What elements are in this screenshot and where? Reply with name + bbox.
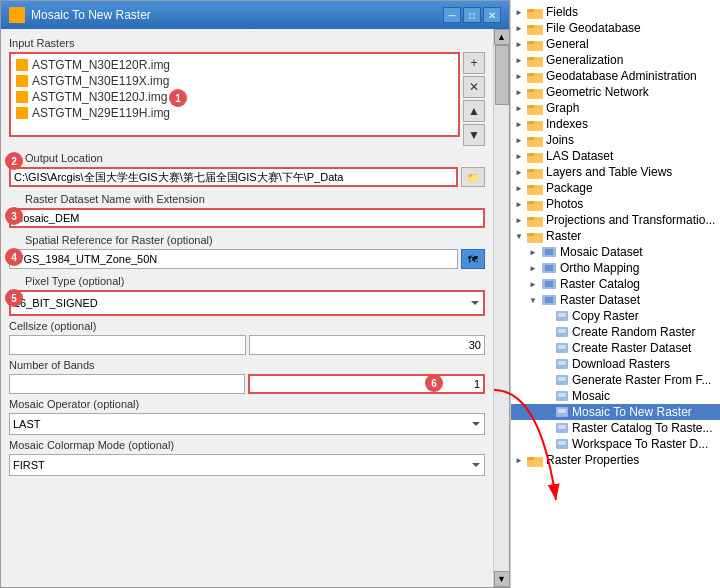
- tree-folder-icon: [541, 261, 557, 275]
- tree-item[interactable]: ▼ Raster: [511, 228, 720, 244]
- add-raster-button[interactable]: +: [463, 52, 485, 74]
- tree-folder-icon: [527, 134, 543, 147]
- svg-rect-6: [527, 41, 534, 44]
- svg-rect-4: [527, 25, 534, 28]
- tree-item[interactable]: ► Raster Properties: [511, 452, 720, 468]
- output-location-label: Output Location: [25, 152, 485, 164]
- tree-label: Graph: [546, 101, 579, 115]
- tree-item[interactable]: ► Raster Catalog: [511, 276, 720, 292]
- tree-item[interactable]: ► Ortho Mapping: [511, 260, 720, 276]
- num-bands-input[interactable]: [9, 374, 245, 394]
- tree-item[interactable]: ► Geodatabase Administration: [511, 68, 720, 84]
- tree-label: Raster Dataset: [560, 293, 640, 307]
- tree-folder-icon: [555, 437, 569, 451]
- tree-folder-icon: [527, 182, 543, 195]
- tree-item[interactable]: ► Geometric Network: [511, 84, 720, 100]
- raster-name-group: 3 Raster Dataset Name with Extension: [9, 193, 485, 228]
- tree-folder-icon: [527, 54, 543, 67]
- expand-icon: ►: [515, 56, 527, 65]
- tree-folder-icon: [555, 341, 569, 355]
- tree-label: Generate Raster From F...: [572, 373, 711, 387]
- maximize-button[interactable]: □: [463, 7, 481, 23]
- tree-item[interactable]: ► Package: [511, 180, 720, 196]
- tree-item[interactable]: ► Fields: [511, 4, 720, 20]
- pixel-type-select[interactable]: 16_BIT_SIGNED 8_BIT_UNSIGNED 16_BIT_UNSI…: [11, 292, 483, 314]
- svg-rect-14: [527, 105, 534, 108]
- tree-label: Generalization: [546, 53, 623, 67]
- tree-item[interactable]: ► Generalization: [511, 52, 720, 68]
- tree-item[interactable]: Mosaic To New Raster: [511, 404, 720, 420]
- raster-dataset-input[interactable]: [9, 208, 485, 228]
- num-bands-label: Number of Bands: [9, 359, 485, 371]
- tree-folder-icon: [555, 421, 569, 435]
- tree-item[interactable]: Create Random Raster: [511, 324, 720, 340]
- raster-list: ASTGTM_N30E120R.img ASTGTM_N30E119X.img …: [9, 52, 460, 137]
- close-button[interactable]: ✕: [483, 7, 501, 23]
- output-browse-button[interactable]: 📁: [461, 167, 485, 187]
- expand-icon: ►: [529, 264, 541, 273]
- expand-icon: ▼: [529, 296, 541, 305]
- tree-item[interactable]: Download Rasters: [511, 356, 720, 372]
- tree-item[interactable]: ► Graph: [511, 100, 720, 116]
- tree-item[interactable]: ► Indexes: [511, 116, 720, 132]
- cellsize-label: Cellsize (optional): [9, 320, 485, 332]
- cellsize-input[interactable]: [9, 335, 246, 355]
- tree-item[interactable]: Mosaic: [511, 388, 720, 404]
- svg-rect-26: [527, 201, 534, 204]
- cellsize-group: Cellsize (optional): [9, 320, 485, 355]
- list-item: ASTGTM_N30E120J.img: [14, 89, 455, 105]
- tree-item[interactable]: Create Raster Dataset: [511, 340, 720, 356]
- spatial-ref-browse-button[interactable]: 🗺: [461, 249, 485, 269]
- pixel-type-group: 5 Pixel Type (optional) 16_BIT_SIGNED 8_…: [9, 275, 485, 316]
- tree-item[interactable]: ► Photos: [511, 196, 720, 212]
- num-bands-row: [9, 374, 485, 394]
- tree-folder-icon: [541, 293, 557, 307]
- input-rasters-label: Input Rasters: [9, 37, 485, 49]
- scroll-thumb[interactable]: [495, 45, 509, 105]
- tree-item[interactable]: ► Mosaic Dataset: [511, 244, 720, 260]
- dialog-scrollbar[interactable]: ▲ ▼: [493, 29, 509, 587]
- mosaic-operator-select[interactable]: LAST FIRST BLEND MEAN: [9, 413, 485, 435]
- expand-icon: ►: [515, 72, 527, 81]
- tree-folder-icon: [527, 198, 543, 211]
- raster-name-4: ASTGTM_N29E119H.img: [32, 106, 170, 120]
- mosaic-colormap-select[interactable]: FIRST LAST MATCH REJECT: [9, 454, 485, 476]
- scroll-up-button[interactable]: ▲: [494, 29, 510, 45]
- tree-item[interactable]: Copy Raster: [511, 308, 720, 324]
- move-up-button[interactable]: ▲: [463, 100, 485, 122]
- tree-label: Geometric Network: [546, 85, 649, 99]
- tree-item[interactable]: Workspace To Raster D...: [511, 436, 720, 452]
- output-location-input[interactable]: [9, 167, 458, 187]
- tree-item[interactable]: ► Layers and Table Views: [511, 164, 720, 180]
- tree-item[interactable]: ▼ Raster Dataset: [511, 292, 720, 308]
- tree-item[interactable]: ► Projections and Transformatio...: [511, 212, 720, 228]
- spatial-ref-input[interactable]: [9, 249, 458, 269]
- tree-label: Projections and Transformatio...: [546, 213, 715, 227]
- svg-rect-12: [527, 89, 534, 92]
- tree-label: Copy Raster: [572, 309, 639, 323]
- tree-item[interactable]: ► File Geodatabase: [511, 20, 720, 36]
- tree-folder-icon: [555, 389, 569, 403]
- output-location-row: 📁: [9, 167, 485, 187]
- tree-item[interactable]: ► LAS Dataset: [511, 148, 720, 164]
- tree-folder-icon: [527, 214, 543, 227]
- tree-item[interactable]: ► Joins: [511, 132, 720, 148]
- remove-raster-button[interactable]: ✕: [463, 76, 485, 98]
- expand-icon: ►: [515, 184, 527, 193]
- scroll-down-button[interactable]: ▼: [494, 571, 510, 587]
- tree-folder-icon: [541, 277, 557, 291]
- tree-item[interactable]: ► General: [511, 36, 720, 52]
- raster-list-controls: + ✕ ▲ ▼: [463, 52, 485, 146]
- mosaic-dialog: Mosaic To New Raster ─ □ ✕ Input Rasters: [0, 0, 510, 588]
- tree-item[interactable]: Raster Catalog To Raste...: [511, 420, 720, 436]
- minimize-button[interactable]: ─: [443, 7, 461, 23]
- expand-icon: ▼: [515, 232, 527, 241]
- pixel-type-label: Pixel Type (optional): [25, 275, 485, 287]
- titlebar-controls: ─ □ ✕: [443, 7, 501, 23]
- cellsize-value-input[interactable]: [249, 335, 486, 355]
- move-down-button[interactable]: ▼: [463, 124, 485, 146]
- num-bands-value-input[interactable]: [248, 374, 486, 394]
- badge-5: 5: [5, 289, 23, 307]
- tree-item[interactable]: Generate Raster From F...: [511, 372, 720, 388]
- tree-label: Raster Catalog To Raste...: [572, 421, 713, 435]
